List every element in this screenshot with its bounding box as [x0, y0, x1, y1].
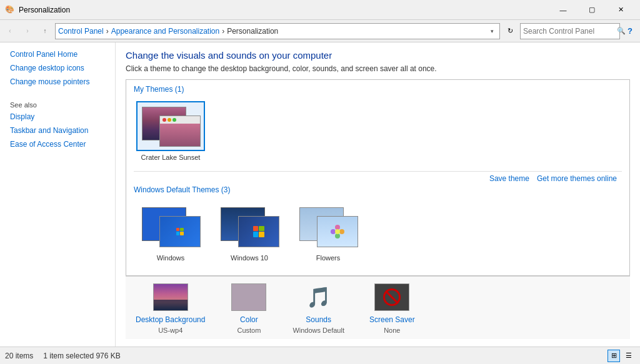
up-button[interactable]: ↑ [38, 24, 52, 39]
svg-point-0 [335, 225, 340, 230]
content-title: Change the visuals and sounds on your co… [126, 50, 630, 61]
crater-composite [139, 104, 202, 149]
address-content: Control Panel › Appearance and Personali… [58, 27, 487, 36]
color-item[interactable]: Color Custom [230, 282, 268, 334]
customization-strip: Desktop Background US-wp4 Color Custom 🎵… [126, 276, 630, 339]
screen-saver-icon [373, 282, 411, 313]
search-box: 🔍 [520, 23, 620, 39]
theme-scroll-area[interactable]: My Themes (1) [126, 80, 629, 275]
theme-windows[interactable]: Windows [134, 199, 208, 264]
no-symbol [383, 288, 401, 306]
title-bar: 🎨 Personalization — ▢ ✕ [0, 0, 640, 20]
theme-crater-name: Crater Lake Sunset [141, 154, 201, 161]
sounds-label[interactable]: Sounds [306, 315, 331, 324]
screen-saver-thumbnail [374, 283, 409, 311]
theme-windows-thumb-wrapper [136, 202, 205, 252]
see-also-label: See also [10, 101, 105, 109]
windows-front [159, 216, 201, 247]
theme-w10-thumb [218, 204, 281, 249]
maximize-button[interactable]: ▢ [578, 0, 606, 20]
sidebar-desktop-icons-link[interactable]: Change desktop icons [10, 64, 105, 72]
sounds-item[interactable]: 🎵 Sounds Windows Default [292, 282, 344, 334]
content-area: Change the visuals and sounds on your co… [116, 42, 640, 347]
theme-panel: My Themes (1) [126, 79, 630, 276]
sidebar-display-link[interactable]: Display [10, 112, 105, 121]
window-title: Personalization [19, 6, 549, 14]
theme-flowers-thumb-wrapper [294, 202, 362, 252]
close-button[interactable]: ✕ [606, 0, 635, 20]
navigation-bar: ‹ › ↑ Control Panel › Appearance and Per… [0, 20, 640, 42]
screen-saver-sublabel: None [384, 327, 400, 334]
address-bar: Control Panel › Appearance and Personali… [55, 23, 500, 39]
sounds-sublabel: Windows Default [292, 327, 344, 334]
color-label[interactable]: Color [240, 315, 258, 324]
address-part2[interactable]: Appearance and Personalization [111, 27, 219, 36]
help-button[interactable]: ? [622, 24, 638, 39]
view-controls: ⊞ ☰ [608, 350, 635, 362]
desktop-background-item[interactable]: Desktop Background US-wp4 [136, 282, 205, 334]
desktop-background-label[interactable]: Desktop Background [136, 315, 205, 324]
sounds-icon: 🎵 [300, 282, 338, 313]
theme-actions: Save theme Get more themes online [134, 171, 622, 185]
windows-themes-grid: Windows [134, 199, 622, 264]
large-icons-view-button[interactable]: ⊞ [608, 350, 620, 362]
sidebar-taskbar-link[interactable]: Taskbar and Navigation [10, 126, 105, 135]
item-count: 20 items [5, 352, 33, 360]
theme-w10-name: Windows 10 [231, 254, 268, 262]
flowers-composite [296, 204, 360, 249]
color-sublabel: Custom [237, 327, 261, 334]
color-thumbnail [231, 283, 266, 311]
address-dropdown-button[interactable]: ▾ [487, 24, 497, 39]
theme-w10-thumb-wrapper [215, 202, 284, 252]
sidebar-mouse-pointers-link[interactable]: Change mouse pointers [10, 77, 105, 86]
sidebar-ease-of-access-link[interactable]: Ease of Access Center [10, 140, 105, 149]
main-container: Control Panel Home Change desktop icons … [0, 42, 640, 347]
selection-info: 1 item selected 976 KB [43, 352, 120, 360]
svg-point-3 [331, 229, 336, 234]
address-sep2: › [222, 27, 224, 36]
desktop-background-sublabel: US-wp4 [158, 327, 182, 334]
flowers-svg [328, 222, 347, 241]
my-themes-label: My Themes (1) [134, 85, 622, 94]
theme-windows-name: Windows [157, 254, 185, 262]
desktop-background-icon [152, 282, 189, 313]
w10-composite [218, 204, 281, 249]
windows-themes-label: Windows Default Themes (3) [134, 185, 622, 194]
flowers-front [317, 216, 358, 247]
sounds-thumbnail: 🎵 [301, 283, 336, 311]
svg-point-2 [335, 234, 340, 239]
theme-windows-thumb [139, 204, 202, 249]
back-button[interactable]: ‹ [2, 24, 18, 39]
theme-flowers[interactable]: Flowers [291, 199, 365, 264]
theme-crater-thumb-wrapper [136, 101, 205, 151]
forward-button[interactable]: › [20, 24, 35, 39]
address-part1[interactable]: Control Panel [58, 27, 104, 36]
theme-crater-lake[interactable]: Crater Lake Sunset [134, 99, 208, 164]
sound-emoji: 🎵 [306, 285, 331, 309]
color-icon [230, 282, 268, 313]
svg-point-1 [339, 229, 344, 234]
screen-saver-label[interactable]: Screen Saver [369, 315, 415, 324]
theme-flowers-thumb [296, 204, 360, 249]
screen-saver-item[interactable]: Screen Saver None [369, 282, 415, 334]
refresh-button[interactable]: ↻ [502, 24, 518, 39]
theme-flowers-name: Flowers [316, 254, 341, 262]
theme-windows10[interactable]: Windows 10 [212, 199, 286, 264]
w10-front [238, 216, 279, 247]
content-description: Click a theme to change the desktop back… [126, 64, 630, 73]
save-theme-link[interactable]: Save theme [489, 174, 529, 183]
windows-composite [139, 204, 202, 249]
address-sep1: › [106, 27, 109, 36]
desktop-bg-thumbnail [153, 283, 188, 311]
sidebar-home-link[interactable]: Control Panel Home [10, 50, 105, 59]
sidebar: Control Panel Home Change desktop icons … [0, 42, 116, 347]
address-part3: Personalization [227, 27, 278, 36]
svg-point-4 [335, 229, 340, 234]
get-more-themes-link[interactable]: Get more themes online [537, 174, 617, 183]
my-themes-grid: Crater Lake Sunset [134, 99, 622, 164]
status-bar: 20 items 1 item selected 976 KB ⊞ ☰ [0, 347, 640, 364]
details-view-button[interactable]: ☰ [622, 350, 635, 362]
minimize-button[interactable]: — [549, 0, 578, 20]
search-input[interactable] [523, 27, 617, 36]
window-icon: 🎨 [5, 5, 15, 15]
